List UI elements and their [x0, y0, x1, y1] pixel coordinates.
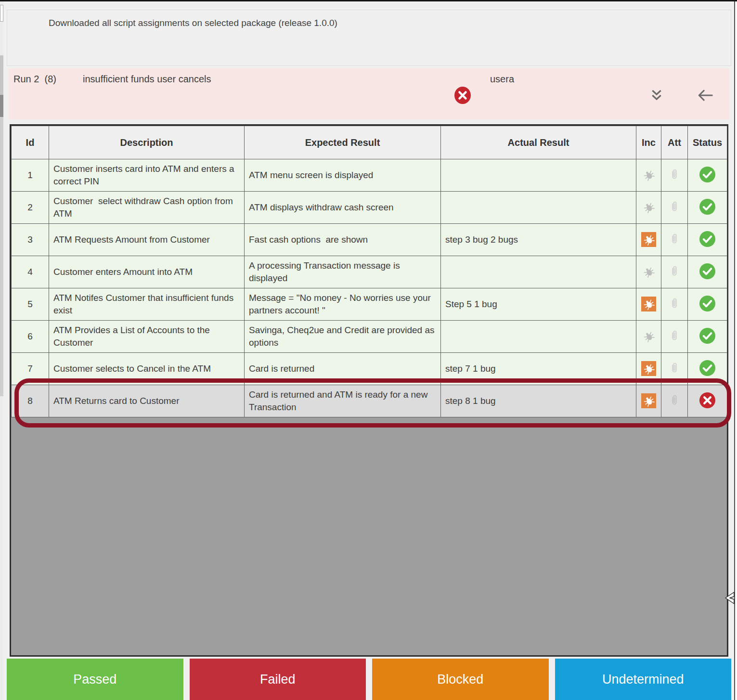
bug-icon[interactable]: [641, 393, 656, 408]
cell-attachment[interactable]: [661, 256, 688, 288]
window-top-border: [0, 0, 737, 1]
blocked-button[interactable]: Blocked: [372, 659, 549, 700]
passed-button[interactable]: Passed: [7, 659, 183, 700]
paperclip-icon[interactable]: [668, 264, 681, 279]
left-scroll-thumb[interactable]: [0, 95, 3, 117]
cell-status: [688, 256, 727, 288]
cell-attachment[interactable]: [661, 288, 688, 321]
cell-expected-result: Savinga, Cheq2ue and Credit are provided…: [245, 321, 441, 353]
left-scroll-track-lower[interactable]: [0, 117, 3, 396]
column-header-status: Status: [688, 126, 727, 159]
paperclip-icon[interactable]: [668, 329, 681, 343]
bug-icon[interactable]: [641, 329, 656, 344]
check-circle-icon: [699, 295, 716, 312]
x-circle-icon: [699, 392, 716, 409]
cell-incident[interactable]: [636, 288, 661, 321]
column-header-actual-result: Actual Result: [441, 126, 636, 159]
cell-id: 6: [12, 321, 49, 353]
left-scroll-track[interactable]: [0, 55, 3, 95]
bug-icon[interactable]: [641, 297, 656, 311]
paperclip-icon[interactable]: [668, 232, 681, 246]
column-header-expected-result: Expected Result: [245, 126, 441, 159]
failed-button[interactable]: Failed: [190, 659, 366, 700]
cell-actual-result: [441, 159, 636, 192]
cell-description: Customer select withdraw Cash option fro…: [49, 192, 245, 224]
steps-grid-area: IdDescriptionExpected ResultActual Resul…: [10, 124, 728, 657]
cell-attachment[interactable]: [661, 159, 688, 192]
bug-icon[interactable]: [641, 232, 656, 247]
cell-id: 8: [12, 385, 49, 417]
table-row[interactable]: 3ATM Requests Amount from CustomerFast c…: [12, 224, 727, 256]
cell-status: [688, 385, 727, 417]
cell-expected-result: A processing Transaction message is disp…: [245, 256, 441, 288]
run-name: insufficient funds user cancels: [83, 74, 211, 85]
mouse-cursor: [724, 591, 736, 607]
verdict-button-bar: PassedFailedBlockedUndetermined: [7, 659, 731, 700]
column-header-id: Id: [12, 126, 49, 159]
table-row[interactable]: 1Customer inserts card into ATM and ente…: [12, 159, 727, 192]
check-circle-icon: [699, 198, 716, 215]
cell-status: [688, 321, 727, 353]
arrow-left-icon[interactable]: [696, 87, 714, 104]
cell-attachment[interactable]: [661, 353, 688, 385]
cell-id: 7: [12, 353, 49, 385]
cell-incident[interactable]: [636, 385, 661, 417]
cell-incident[interactable]: [636, 321, 661, 353]
status-message-text: Downloaded all script assignments on sel…: [49, 18, 731, 28]
cell-incident[interactable]: [636, 192, 661, 224]
paperclip-icon[interactable]: [668, 297, 681, 311]
cell-description: Customer inserts card into ATM and enter…: [49, 159, 245, 192]
bug-icon[interactable]: [641, 264, 656, 279]
cell-attachment[interactable]: [661, 385, 688, 417]
cell-attachment[interactable]: [661, 321, 688, 353]
cell-status: [688, 288, 727, 321]
cell-actual-result: Step 5 1 bug: [441, 288, 636, 321]
cell-id: 4: [12, 256, 49, 288]
test-execution-window: Downloaded all script assignments on sel…: [0, 0, 737, 700]
cell-expected-result: Fast cash options are shown: [245, 224, 441, 256]
cell-description: ATM Requests Amount from Customer: [49, 224, 245, 256]
bug-icon[interactable]: [641, 168, 656, 182]
column-header-description: Description: [49, 126, 245, 159]
table-row[interactable]: 7Customer selects to Cancel in the ATMCa…: [12, 353, 727, 385]
cell-expected-result: Card is returned: [245, 353, 441, 385]
double-chevron-down-icon[interactable]: [649, 88, 664, 103]
cell-incident[interactable]: [636, 224, 661, 256]
cell-status: [688, 192, 727, 224]
cell-id: 3: [12, 224, 49, 256]
paperclip-icon[interactable]: [668, 200, 681, 214]
steps-tbody: 1Customer inserts card into ATM and ente…: [12, 159, 727, 417]
column-header-inc: Inc: [636, 126, 661, 159]
paperclip-icon[interactable]: [668, 393, 681, 408]
cell-incident[interactable]: [636, 256, 661, 288]
paperclip-icon[interactable]: [668, 361, 681, 376]
check-circle-icon: [699, 166, 716, 183]
table-row[interactable]: 8ATM Returns card to CustomerCard is ret…: [12, 385, 727, 417]
cell-actual-result: step 8 1 bug: [441, 385, 636, 417]
run-label: Run 2 (8): [13, 74, 56, 85]
cell-incident[interactable]: [636, 353, 661, 385]
table-row[interactable]: 5ATM Notifes Customer that insufficient …: [12, 288, 727, 321]
cell-attachment[interactable]: [661, 224, 688, 256]
cell-incident[interactable]: [636, 159, 661, 192]
bug-icon[interactable]: [641, 200, 656, 215]
cell-id: 1: [12, 159, 49, 192]
cell-attachment[interactable]: [661, 192, 688, 224]
undetermined-button[interactable]: Undetermined: [555, 659, 732, 700]
table-row[interactable]: 4Customer enters Amount into ATMA proces…: [12, 256, 727, 288]
left-scroll-box[interactable]: [0, 5, 3, 22]
column-header-att: Att: [661, 126, 688, 159]
bug-icon[interactable]: [641, 361, 656, 376]
check-circle-icon: [699, 231, 716, 247]
paperclip-icon[interactable]: [668, 168, 681, 182]
cell-actual-result: [441, 256, 636, 288]
steps-table: IdDescriptionExpected ResultActual Resul…: [11, 126, 727, 417]
cell-status: [688, 224, 727, 256]
cell-expected-result: Card is returned and ATM is ready for a …: [245, 385, 441, 417]
cell-expected-result: Message = "No money - No worries use you…: [245, 288, 441, 321]
cell-expected-result: ATM menu screen is displayed: [245, 159, 441, 192]
cell-expected-result: ATM displays withdraw cash screen: [245, 192, 441, 224]
cell-description: Customer enters Amount into ATM: [49, 256, 245, 288]
table-row[interactable]: 2Customer select withdraw Cash option fr…: [12, 192, 727, 224]
table-row[interactable]: 6ATM Provides a List of Accounts to the …: [12, 321, 727, 353]
